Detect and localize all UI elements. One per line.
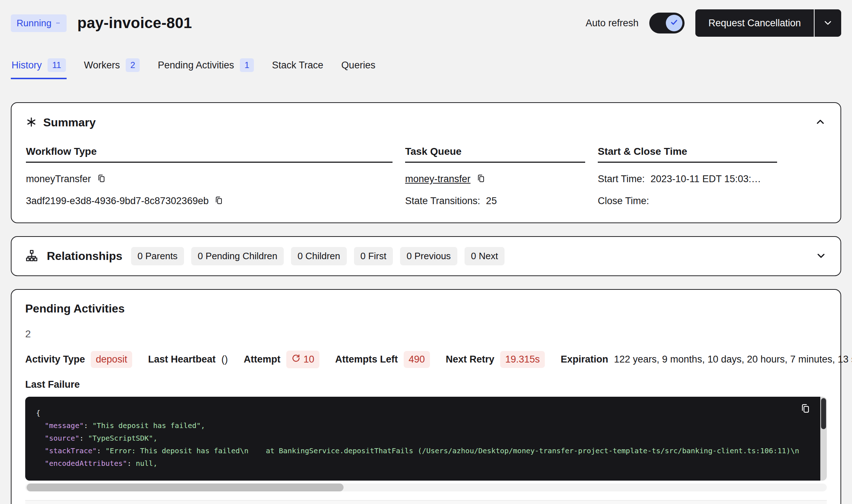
auto-refresh-label: Auto refresh <box>586 18 638 29</box>
topbar-actions: Auto refresh Request Cancellation <box>586 9 841 37</box>
tab-stack-trace[interactable]: Stack Trace <box>271 57 324 79</box>
pending-activities-title: Pending Activities <box>25 302 827 315</box>
json-value: null, <box>136 459 157 468</box>
expiration-label: Expiration <box>561 354 608 365</box>
first-badge: 0 First <box>354 247 393 265</box>
status-label: Running <box>17 18 51 29</box>
json-code: { "message": "This deposit has failed", … <box>36 407 810 470</box>
tab-count-badge: 2 <box>126 58 140 72</box>
start-time-label: Start Time: <box>598 174 645 185</box>
attempt-label: Attempt <box>244 354 281 365</box>
status-caret-icon <box>55 20 61 26</box>
attempt-field: Attempt 10 <box>244 351 319 368</box>
tab-count-badge: 11 <box>48 58 66 72</box>
topbar: Running pay-invoice-801 Auto refresh Req… <box>11 9 841 37</box>
expiration-field: Expiration 122 years, 9 months, 10 days,… <box>561 354 852 365</box>
code-vertical-scrollbar[interactable] <box>820 397 827 481</box>
pending-children-badge: 0 Pending Children <box>191 247 284 265</box>
pending-activity-fields: Activity Type deposit Last Heartbeat () … <box>25 351 827 368</box>
relationships-title: Relationships <box>47 249 122 263</box>
workflow-type-header: Workflow Type <box>26 146 393 163</box>
hierarchy-icon <box>25 249 38 264</box>
json-value: "TypeScriptSDK", <box>88 434 158 442</box>
json-value: "Error: This deposit has failed\n at Ban… <box>106 446 799 455</box>
expiration-value: 122 years, 9 months, 10 days, 20 hours, … <box>614 354 852 365</box>
task-queue-row: money-transfer <box>405 174 585 185</box>
code-vertical-scrollbar-thumb[interactable] <box>821 398 826 429</box>
state-transitions-label: State Transitions: <box>405 195 480 207</box>
previous-badge: 0 Previous <box>400 247 457 265</box>
tab-count-badge: 1 <box>240 58 254 72</box>
task-queue-column: Task Queue money-transfer State Transiti… <box>405 146 585 207</box>
copy-icon <box>800 410 811 415</box>
start-time-value: 2023-10-11 EDT 15:03:… <box>651 174 761 185</box>
tab-label: Stack Trace <box>272 60 323 71</box>
tab-label: Queries <box>341 60 376 71</box>
next-retry-badge: 19.315s <box>500 351 545 368</box>
json-value: "This deposit has failed", <box>93 421 205 430</box>
json-key: "stackTrace" <box>45 446 97 455</box>
activity-type-label: Activity Type <box>25 354 85 365</box>
tab-history[interactable]: History 11 <box>11 57 67 79</box>
run-id-row: 3adf2199-e3d8-4936-9bd7-8c87302369eb <box>26 195 393 207</box>
task-queue-link[interactable]: money-transfer <box>405 174 471 185</box>
pending-activities-count: 2 <box>25 328 827 340</box>
tab-pending-activities[interactable]: Pending Activities 1 <box>157 57 255 79</box>
copy-icon <box>214 196 224 206</box>
attempts-left-field: Attempts Left 490 <box>335 351 430 368</box>
tab-workers[interactable]: Workers 2 <box>83 57 140 79</box>
last-heartbeat-label: Last Heartbeat <box>148 354 216 365</box>
code-horizontal-scrollbar[interactable] <box>25 483 827 491</box>
json-key: "encodedAttributes" <box>45 459 127 468</box>
attempts-left-label: Attempts Left <box>335 354 398 365</box>
copy-run-id-button[interactable] <box>214 196 224 206</box>
cancellation-menu-button[interactable] <box>814 9 841 37</box>
last-failure-code-wrap: { "message": "This deposit has failed", … <box>25 397 827 481</box>
relationships-badges: 0 Parents 0 Pending Children 0 Children … <box>131 247 505 265</box>
start-close-time-column: Start & Close Time Start Time: 2023-10-1… <box>598 146 777 207</box>
last-failure-label: Last Failure <box>25 379 827 390</box>
request-cancellation-button[interactable]: Request Cancellation <box>695 9 814 37</box>
tab-label: Workers <box>84 60 120 71</box>
summary-card: Summary Workflow Type moneyTransfer <box>11 102 841 223</box>
workflow-type-value: moneyTransfer <box>26 174 91 185</box>
status-badge: Running <box>11 14 67 32</box>
close-time-row: Close Time: <box>598 195 777 207</box>
page-title: pay-invoice-801 <box>77 14 192 32</box>
expand-relationships-button[interactable] <box>815 250 827 263</box>
auto-refresh-toggle[interactable] <box>649 13 685 33</box>
task-queue-header: Task Queue <box>405 146 585 163</box>
last-heartbeat-value: () <box>221 354 228 365</box>
copy-code-button[interactable] <box>800 403 811 415</box>
next-retry-field: Next Retry 19.315s <box>446 351 545 368</box>
retry-icon <box>291 354 301 365</box>
next-badge: 0 Next <box>465 247 505 265</box>
attempts-left-badge: 490 <box>404 351 430 368</box>
asterisk-icon <box>26 117 37 129</box>
request-cancellation-split-button: Request Cancellation <box>695 9 841 37</box>
copy-workflow-type-button[interactable] <box>97 174 106 184</box>
children-badge: 0 Children <box>291 247 347 265</box>
close-time-label: Close Time: <box>598 195 649 207</box>
start-close-time-header: Start & Close Time <box>598 146 777 163</box>
workflow-detail-page: Running pay-invoice-801 Auto refresh Req… <box>0 0 852 504</box>
collapse-summary-button[interactable] <box>815 116 826 129</box>
copy-task-queue-button[interactable] <box>476 174 486 184</box>
tab-label: History <box>12 60 42 71</box>
last-failure-code-block: { "message": "This deposit has failed", … <box>25 397 820 481</box>
attempt-badge: 10 <box>286 351 319 368</box>
relationships-card: Relationships 0 Parents 0 Pending Childr… <box>11 236 841 276</box>
state-transitions-row: State Transitions: 25 <box>405 195 585 207</box>
copy-icon <box>476 174 486 184</box>
workflow-type-row: moneyTransfer <box>26 174 393 185</box>
tab-queries[interactable]: Queries <box>341 57 376 79</box>
json-key: "source" <box>45 434 79 442</box>
summary-header: Summary <box>26 116 826 129</box>
tab-label: Pending Activities <box>158 60 234 71</box>
parents-badge: 0 Parents <box>131 247 184 265</box>
summary-title: Summary <box>43 116 96 129</box>
activity-type-field: Activity Type deposit <box>25 351 132 368</box>
chevron-down-icon <box>822 17 833 29</box>
code-horizontal-scrollbar-thumb[interactable] <box>27 483 344 491</box>
last-heartbeat-field: Last Heartbeat () <box>148 354 228 365</box>
